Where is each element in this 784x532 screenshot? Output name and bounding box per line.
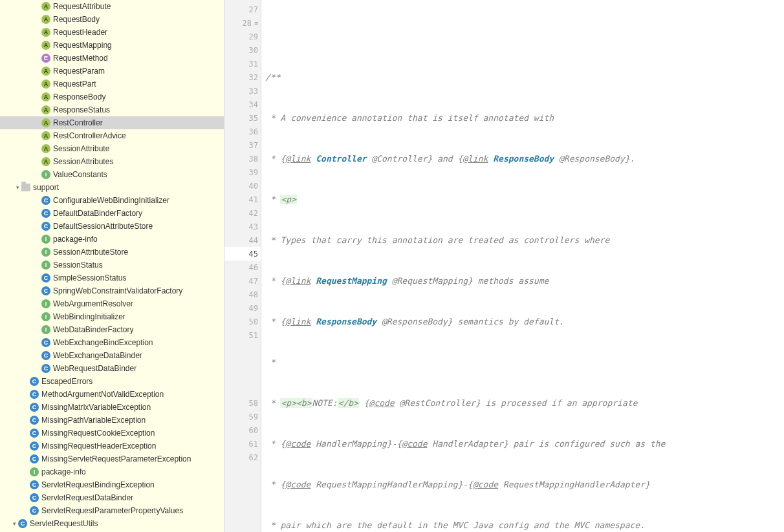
- tree-item-restcontrolleradvice[interactable]: ARestControllerAdvice: [0, 129, 224, 142]
- kind-badge-i: I: [41, 299, 50, 308]
- kind-badge-a: A: [41, 105, 50, 114]
- kind-badge-c: C: [30, 416, 39, 425]
- gutter-line: 30: [224, 43, 261, 57]
- kind-badge-c: C: [41, 338, 50, 347]
- gutter-line: 49: [224, 301, 261, 315]
- gutter-line: 35: [224, 111, 261, 125]
- kind-badge-c: C: [41, 196, 50, 205]
- gutter-line: 36: [224, 125, 261, 138]
- tree-item-webrequestdatabinder[interactable]: CWebRequestDataBinder: [0, 362, 224, 375]
- tree-item-package-info[interactable]: Ipackage-info: [0, 465, 224, 478]
- tree-item-missingpathvariableexception[interactable]: CMissingPathVariableException: [0, 414, 224, 427]
- tree-item-missingservletrequestparameterexception[interactable]: CMissingServletRequestParameterException: [0, 452, 224, 465]
- kind-badge-a: A: [41, 131, 50, 140]
- tree-item-webdatabinderfactory[interactable]: IWebDataBinderFactory: [0, 323, 224, 336]
- tree-label: EscapedErrors: [41, 377, 93, 386]
- tree-item-requestparam[interactable]: ARequestParam: [0, 65, 224, 78]
- gutter-line: 34: [224, 98, 261, 111]
- tree-item-webexchangedatabinder[interactable]: CWebExchangeDataBinder: [0, 349, 224, 362]
- gutter-line: 33: [224, 84, 261, 98]
- kind-badge-c: C: [41, 209, 50, 218]
- tree-item-servletrequestparameterpropertyvalues[interactable]: CServletRequestParameterPropertyValues: [0, 504, 224, 517]
- tree-item-servletrequestbindingexception[interactable]: CServletRequestBindingException: [0, 478, 224, 491]
- kind-badge-c: C: [30, 442, 39, 451]
- chevron-down-icon[interactable]: ▾: [14, 184, 21, 191]
- tree-item-simplesessionstatus[interactable]: CSimpleSessionStatus: [0, 271, 224, 284]
- gutter-line: 44: [224, 233, 261, 247]
- tree-item-webbindinginitializer[interactable]: IWebBindingInitializer: [0, 310, 224, 323]
- tree-item-requestmethod[interactable]: ERequestMethod: [0, 52, 224, 65]
- tree-item-sessionattributes[interactable]: ASessionAttributes: [0, 155, 224, 168]
- tree-label: ResponseBody: [53, 92, 105, 101]
- tree-item-defaultsessionattributestore[interactable]: CDefaultSessionAttributeStore: [0, 220, 224, 233]
- kind-badge-a: A: [41, 28, 50, 37]
- tree-label: MissingRequestHeaderException: [41, 442, 156, 451]
- tree-item-package-info[interactable]: Ipackage-info: [0, 233, 224, 246]
- tree-label: RequestHeader: [53, 28, 107, 37]
- tree-item-sessionstatus[interactable]: ISessionStatus: [0, 259, 224, 271]
- tree-item-responsestatus[interactable]: AResponseStatus: [0, 103, 224, 116]
- tree-item-webexchangebindexception[interactable]: CWebExchangeBindException: [0, 336, 224, 349]
- tree-item-responsebody[interactable]: AResponseBody: [0, 90, 224, 103]
- tree-label: RestController: [53, 118, 103, 127]
- gutter-line: 31: [224, 57, 261, 70]
- kind-badge-i: I: [41, 325, 50, 334]
- kind-badge-e: E: [41, 54, 50, 63]
- tree-item-requestattribute[interactable]: ARequestAttribute: [0, 0, 224, 13]
- tree-label: MissingServletRequestParameterException: [41, 454, 191, 463]
- tree-item-sessionattribute[interactable]: ASessionAttribute: [0, 142, 224, 155]
- gutter-line: 41: [224, 193, 261, 206]
- tree-label: ValueConstants: [53, 170, 107, 179]
- tree-label: RestControllerAdvice: [53, 131, 126, 140]
- tree-label: WebExchangeBindException: [53, 338, 153, 347]
- gutter-line: 48: [224, 288, 261, 301]
- tree-item-valueconstants[interactable]: IValueConstants: [0, 168, 224, 181]
- gutter-line: 27: [224, 3, 261, 16]
- tree-label: RequestMethod: [53, 54, 108, 63]
- tree-item-springwebconstraintvalidatorfactory[interactable]: CSpringWebConstraintValidatorFactory: [0, 284, 224, 297]
- kind-badge-c: C: [30, 377, 39, 386]
- tree-item-sessionattributestore[interactable]: ISessionAttributeStore: [0, 246, 224, 259]
- kind-badge-c: C: [30, 493, 39, 502]
- tree-item-missingrequestcookieexception[interactable]: CMissingRequestCookieException: [0, 427, 224, 440]
- tree-item-requestheader[interactable]: ARequestHeader: [0, 26, 224, 39]
- project-tree[interactable]: ARequestAttributeARequestBodyARequestHea…: [0, 0, 224, 532]
- chevron-down-icon[interactable]: ▾: [10, 520, 18, 527]
- kind-badge-c: C: [30, 506, 39, 515]
- tree-item-defaultdatabinderfactory[interactable]: CDefaultDataBinderFactory: [0, 207, 224, 220]
- editor[interactable]: /** * A convenience annotation that is i…: [261, 0, 784, 532]
- kind-badge-c: C: [30, 390, 39, 399]
- kind-badge-i: I: [41, 312, 50, 321]
- tree-label: RequestBody: [53, 15, 100, 24]
- tree-label: RequestParam: [53, 67, 105, 76]
- tree-item-restcontroller[interactable]: ARestController: [0, 116, 224, 129]
- gutter-line: 37: [224, 138, 261, 152]
- tree-item-missingrequestheaderexception[interactable]: CMissingRequestHeaderException: [0, 440, 224, 452]
- tree-item-methodargumentnotvalidexception[interactable]: CMethodArgumentNotValidException: [0, 388, 224, 401]
- kind-badge-i: I: [41, 261, 50, 270]
- tree-label: RequestAttribute: [53, 2, 111, 11]
- tree-label: ResponseStatus: [53, 105, 110, 114]
- gutter-fold-icons[interactable]: ≡: [254, 19, 258, 27]
- gutter-line: 61: [224, 437, 261, 451]
- kind-badge-c: C: [41, 364, 50, 373]
- tree-item-escapederrors[interactable]: CEscapedErrors: [0, 375, 224, 388]
- kind-badge-c: C: [30, 454, 39, 463]
- tree-item-requestmapping[interactable]: ARequestMapping: [0, 39, 224, 52]
- tree-item-requestpart[interactable]: ARequestPart: [0, 78, 224, 90]
- tree-label: ServletRequestUtils: [30, 519, 98, 528]
- gutter-line: 50: [224, 315, 261, 328]
- gutter-line: 58: [224, 396, 261, 410]
- kind-badge-i: I: [30, 467, 39, 476]
- tree-item-configurablewebbindinginitializer[interactable]: CConfigurableWebBindingInitializer: [0, 194, 224, 207]
- gutter-line: [224, 356, 261, 369]
- tree-item-webargumentresolver[interactable]: IWebArgumentResolver: [0, 297, 224, 310]
- tree-item-missingmatrixvariableexception[interactable]: CMissingMatrixVariableException: [0, 401, 224, 414]
- gutter-line: [224, 342, 261, 356]
- gutter-line: 38: [224, 152, 261, 165]
- tree-item-support[interactable]: ▾support: [0, 181, 224, 194]
- tree-item-servletrequestdatabinder[interactable]: CServletRequestDataBinder: [0, 491, 224, 504]
- tree-item-requestbody[interactable]: ARequestBody: [0, 13, 224, 26]
- kind-badge-c: C: [41, 286, 50, 295]
- tree-item-servletrequestutils[interactable]: ▾CServletRequestUtils: [0, 517, 224, 530]
